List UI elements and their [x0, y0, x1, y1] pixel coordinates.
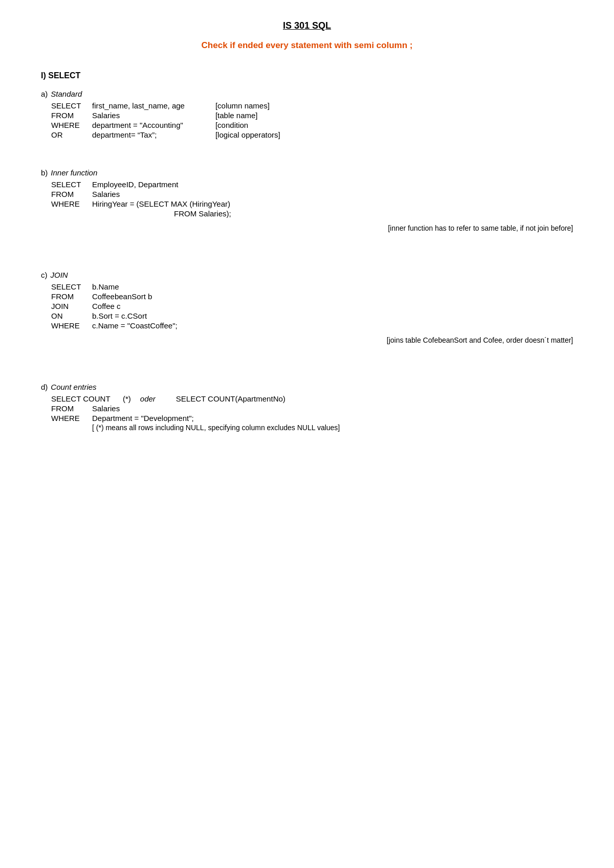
comment-or-a: [logical opperators] [215, 130, 280, 140]
val-on-c: b.Sort = c.CSort [92, 311, 208, 321]
section-c-prefix: c) [41, 271, 48, 279]
section-c: c) JOIN SELECT b.Name FROM CoffeebeanSor… [41, 271, 573, 344]
section-c-row-2: FROM CoffeebeanSort b [51, 292, 208, 302]
section-a-row-2: FROM Salaries [table name] [51, 111, 280, 121]
val-from-c: CoffeebeanSort b [92, 292, 208, 302]
section-a-label: a) Standard [41, 90, 573, 98]
kw-where-c: WHERE [51, 321, 92, 331]
section-a-prefix: a) [41, 90, 48, 98]
section-b-row-2: FROM Salaries [51, 190, 231, 199]
val-where-d: Department = "Development"; [92, 414, 340, 424]
section-c-row-1: SELECT b.Name [51, 282, 208, 292]
section-d-row-note: [ (*) means all rows including NULL, spe… [51, 424, 340, 433]
section-b-note: [inner function has to refer to same tab… [41, 224, 573, 232]
val-from-d: Salaries [92, 404, 340, 414]
section-b-italic-label: Inner function [51, 168, 97, 177]
kw-from-c: FROM [51, 292, 92, 302]
val-where-a: department = "Accounting" [92, 121, 215, 130]
section-a-row-3: WHERE department = "Accounting" [conditi… [51, 121, 280, 130]
kw-from-b: FROM [51, 190, 92, 199]
section-b-label: b) Inner function [41, 168, 573, 177]
section-b: b) Inner function SELECT EmployeeID, Dep… [41, 168, 573, 232]
section-b-code: SELECT EmployeeID, Department FROM Salar… [51, 180, 231, 219]
kw-or-a: OR [51, 130, 92, 140]
val-or-a: department= “Tax”; [92, 130, 215, 140]
kw-on-c: ON [51, 311, 92, 321]
val-where-b: HiringYear = (SELECT MAX (HiringYear) [92, 199, 231, 209]
kw-select-a: SELECT [51, 101, 92, 111]
section-d-label: d) Count entries [41, 383, 573, 391]
section-a-code: SELECT first_name, last_name, age [colum… [51, 101, 280, 140]
kw-where-d: WHERE [51, 414, 92, 424]
section-b-row-1: SELECT EmployeeID, Department [51, 180, 231, 190]
val-count-col: SELECT COUNT(ApartmentNo) [176, 394, 286, 403]
section-c-label: c) JOIN [41, 271, 573, 279]
val-from-a: Salaries [92, 111, 215, 121]
oder-text: oder [140, 394, 156, 403]
section-d-italic-label: Count entries [51, 383, 96, 391]
val-inner-b: FROM Salaries); [92, 209, 231, 219]
val-select-c: b.Name [92, 282, 208, 292]
section-c-row-4: ON b.Sort = c.CSort [51, 311, 208, 321]
val-where-c: c.Name = "CoastCoffee"; [92, 321, 208, 331]
kw-from-d: FROM [51, 404, 92, 414]
section-d-count-row: SELECT COUNT (*) oder SELECT COUNT(Apart… [51, 394, 573, 403]
val-note-d: [ (*) means all rows including NULL, spe… [92, 424, 340, 433]
section-a: a) Standard SELECT first_name, last_name… [41, 90, 573, 140]
page-title: IS 301 SQL [41, 20, 573, 31]
section-d: d) Count entries SELECT COUNT (*) oder S… [41, 383, 573, 433]
section-a-row-1: SELECT first_name, last_name, age [colum… [51, 101, 280, 111]
section-d-code: FROM Salaries WHERE Department = "Develo… [51, 404, 340, 433]
section-i-heading: I) SELECT [41, 71, 573, 80]
section-c-row-3: JOIN Coffee c [51, 302, 208, 311]
section-c-code: SELECT b.Name FROM CoffeebeanSort b JOIN… [51, 282, 208, 331]
comment-from-a: [table name] [215, 111, 280, 121]
kw-where-a: WHERE [51, 121, 92, 130]
section-c-italic-label: JOIN [51, 271, 68, 279]
section-a-row-4: OR department= “Tax”; [logical opperator… [51, 130, 280, 140]
kw-where-b: WHERE [51, 199, 92, 209]
section-a-italic-label: Standard [51, 90, 82, 98]
section-c-note: [joins table CofebeanSort and Cofee, ord… [41, 336, 573, 344]
section-b-row-3: WHERE HiringYear = (SELECT MAX (HiringYe… [51, 199, 231, 209]
val-select-b: EmployeeID, Department [92, 180, 231, 190]
comment-where-a: [condition [215, 121, 280, 130]
section-d-row-where: WHERE Department = "Development"; [51, 414, 340, 424]
val-count-star: (*) [123, 394, 131, 403]
kw-select-count: SELECT COUNT [51, 394, 123, 403]
section-b-inner-row: FROM Salaries); [51, 209, 231, 219]
section-c-row-5: WHERE c.Name = "CoastCoffee"; [51, 321, 208, 331]
section-d-row-from: FROM Salaries [51, 404, 340, 414]
val-join-c: Coffee c [92, 302, 208, 311]
val-select-a: first_name, last_name, age [92, 101, 215, 111]
kw-select-b: SELECT [51, 180, 92, 190]
kw-from-a: FROM [51, 111, 92, 121]
kw-join-c: JOIN [51, 302, 92, 311]
page-subtitle: Check if ended every statement with semi… [41, 40, 573, 51]
section-b-prefix: b) [41, 168, 48, 177]
val-from-b: Salaries [92, 190, 231, 199]
comment-select-a: [column names] [215, 101, 280, 111]
section-d-prefix: d) [41, 383, 48, 391]
kw-select-c: SELECT [51, 282, 92, 292]
